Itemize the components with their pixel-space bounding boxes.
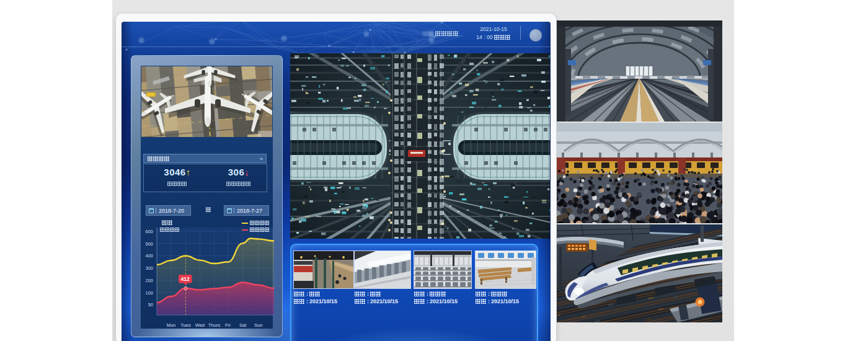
svg-text:50: 50: [148, 302, 153, 308]
svg-text:600: 600: [145, 229, 153, 234]
svg-text:Sun: Sun: [254, 322, 262, 328]
svg-text:100: 100: [145, 290, 153, 296]
svg-text:400: 400: [145, 253, 153, 259]
svg-text:Tues: Tues: [180, 322, 191, 328]
svg-text:Thurs: Thurs: [208, 322, 220, 328]
svg-text:500: 500: [145, 241, 153, 247]
svg-text:200: 200: [145, 278, 153, 283]
svg-text:Fri: Fri: [225, 322, 231, 328]
svg-text:Sat: Sat: [239, 322, 247, 328]
svg-text:300: 300: [145, 265, 153, 271]
svg-text:Mon: Mon: [167, 322, 176, 328]
svg-text:Wed: Wed: [195, 322, 205, 328]
svg-text:412: 412: [181, 276, 190, 282]
